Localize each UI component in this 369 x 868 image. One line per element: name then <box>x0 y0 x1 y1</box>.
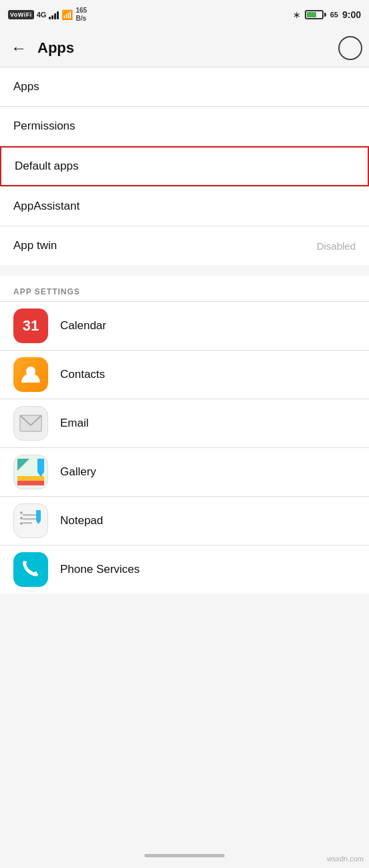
battery-percent: 65 <box>330 11 338 19</box>
settings-item-app-twin[interactable]: App twin Disabled <box>0 226 369 265</box>
signal-bars <box>49 10 59 19</box>
gallery-name: Gallery <box>60 465 96 479</box>
calendar-name: Calendar <box>60 319 106 333</box>
svg-point-15 <box>20 517 23 519</box>
notepad-name: Notepad <box>60 514 103 527</box>
app-item-calendar[interactable]: 31 Calendar <box>0 302 369 350</box>
status-bar: VoWiFi 4G 📶 165B/s ∗ 65 9:00 <box>0 0 369 29</box>
bluetooth-icon: ∗ <box>293 9 301 20</box>
app-item-notepad[interactable]: Notepad <box>0 497 369 545</box>
settings-section: Apps Permissions Default apps AppAssista… <box>0 67 369 265</box>
settings-item-appassistant[interactable]: AppAssistant <box>0 187 369 226</box>
app-item-email[interactable]: Email <box>0 399 369 447</box>
app-item-contacts[interactable]: Contacts <box>0 351 369 399</box>
calendar-icon: 31 <box>13 308 48 343</box>
gallery-icon <box>13 455 48 489</box>
svg-point-14 <box>20 511 23 514</box>
phone-services-icon <box>13 552 48 587</box>
app-settings-section: APP SETTINGS 31 Calendar Contacts <box>0 276 369 594</box>
email-icon <box>13 406 48 441</box>
app-twin-value: Disabled <box>317 240 356 252</box>
app-item-phone-services[interactable]: Phone Services <box>0 546 369 594</box>
status-right: ∗ 65 9:00 <box>293 9 361 20</box>
contacts-name: Contacts <box>60 368 105 381</box>
back-button[interactable]: ← <box>11 39 27 57</box>
watermark: wsxdn.com <box>327 855 364 863</box>
settings-item-default-apps[interactable]: Default apps <box>0 146 369 186</box>
default-apps-label: Default apps <box>15 160 78 173</box>
svg-rect-10 <box>23 518 36 520</box>
section-gap <box>0 265 369 276</box>
vowifi-indicator: VoWiFi <box>8 10 34 19</box>
battery-icon <box>305 10 326 19</box>
time-display: 9:00 <box>342 9 361 20</box>
status-left: VoWiFi 4G 📶 165B/s <box>8 7 87 23</box>
page-title: Apps <box>37 39 358 57</box>
svg-point-16 <box>20 522 23 525</box>
app-twin-label: App twin <box>13 239 57 252</box>
search-button[interactable] <box>338 36 362 60</box>
svg-rect-4 <box>17 476 44 481</box>
settings-item-permissions[interactable]: Permissions <box>0 107 369 146</box>
email-name: Email <box>60 417 89 430</box>
contacts-icon <box>13 357 48 392</box>
wifi-icon: 📶 <box>62 9 73 20</box>
app-settings-header: APP SETTINGS <box>0 276 369 301</box>
home-indicator <box>144 854 225 857</box>
speed-text: 165B/s <box>76 7 87 23</box>
appassistant-label: AppAssistant <box>13 200 80 213</box>
svg-rect-6 <box>37 459 44 472</box>
app-settings-label: APP SETTINGS <box>13 287 80 296</box>
settings-item-apps[interactable]: Apps <box>0 67 369 106</box>
permissions-label: Permissions <box>13 120 76 133</box>
network-type: 4G <box>37 11 47 19</box>
svg-rect-9 <box>23 514 36 516</box>
notepad-icon <box>13 503 48 538</box>
phone-services-name: Phone Services <box>60 563 140 576</box>
app-item-gallery[interactable]: Gallery <box>0 448 369 496</box>
apps-label: Apps <box>13 80 39 93</box>
svg-rect-5 <box>17 481 44 485</box>
svg-rect-11 <box>23 522 32 524</box>
svg-rect-12 <box>36 510 41 521</box>
top-bar: ← Apps <box>0 29 369 67</box>
